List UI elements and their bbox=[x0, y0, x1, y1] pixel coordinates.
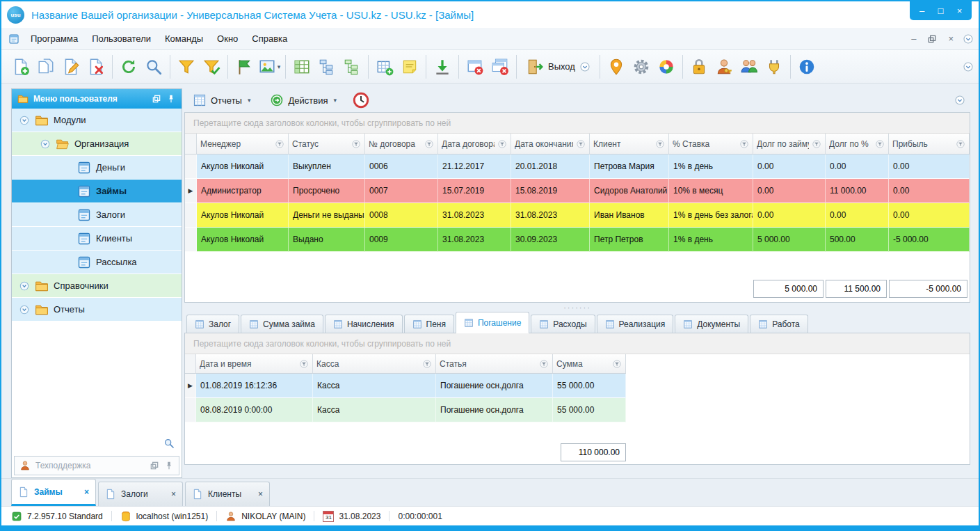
expander-icon[interactable] bbox=[19, 280, 30, 292]
undock-panel-icon[interactable] bbox=[150, 461, 159, 470]
column-filter-icon[interactable] bbox=[612, 359, 622, 369]
image-button[interactable]: ▾ bbox=[257, 53, 282, 81]
lock-button[interactable] bbox=[686, 53, 712, 81]
table-row[interactable]: ▶01.08.2019 16:12:36КассаПогашение осн.д… bbox=[185, 374, 626, 398]
column-header[interactable]: Сумма bbox=[553, 354, 626, 373]
column-filter-icon[interactable] bbox=[351, 139, 361, 149]
menu-okno[interactable]: Окно bbox=[210, 30, 245, 47]
settings-button[interactable] bbox=[629, 53, 654, 81]
doc-tab-zalogi[interactable]: Залоги× bbox=[98, 482, 183, 506]
palette-button[interactable] bbox=[654, 53, 679, 81]
menubar-overflow-button[interactable] bbox=[963, 33, 974, 45]
menu-spravka[interactable]: Справка bbox=[245, 30, 294, 47]
column-filter-icon[interactable] bbox=[655, 139, 665, 149]
column-filter-icon[interactable] bbox=[299, 359, 309, 369]
column-header[interactable]: Касса bbox=[313, 354, 436, 373]
column-header[interactable]: Статус bbox=[289, 134, 365, 154]
column-header[interactable]: Долг по займу bbox=[753, 134, 826, 154]
add-grid-button[interactable] bbox=[372, 53, 397, 81]
reports-button[interactable]: Отчеты ▾ bbox=[188, 91, 255, 109]
expander-icon[interactable] bbox=[40, 138, 51, 150]
tree-item-otchety[interactable]: Отчеты bbox=[12, 298, 182, 322]
mdi-minimize-button[interactable]: – bbox=[911, 33, 916, 44]
tree-item-organizaciya[interactable]: Организация bbox=[12, 132, 182, 156]
delete-record-button[interactable] bbox=[83, 53, 109, 81]
exit-options-icon[interactable] bbox=[579, 61, 591, 72]
table-row[interactable]: Акулов НиколайВыдано000931.08.202330.09.… bbox=[185, 228, 970, 252]
splitter-handle[interactable]: ······· bbox=[184, 303, 970, 312]
exit-button[interactable]: Выход bbox=[520, 53, 596, 81]
column-filter-icon[interactable] bbox=[497, 139, 507, 149]
notes-button[interactable] bbox=[397, 53, 422, 81]
column-header[interactable]: Дата окончания bbox=[511, 134, 590, 154]
tab-penya[interactable]: Пеня bbox=[404, 315, 454, 333]
tree-item-zaimy[interactable]: Займы bbox=[12, 180, 182, 203]
actions-button[interactable]: Действия ▾ bbox=[266, 91, 341, 109]
table-row[interactable]: ▶АдминистраторПросрочено000715.07.201915… bbox=[185, 179, 970, 203]
add-record-button[interactable] bbox=[8, 53, 33, 81]
column-header[interactable]: Клиент bbox=[590, 134, 669, 154]
column-filter-icon[interactable] bbox=[739, 139, 749, 149]
column-header[interactable]: № договора bbox=[365, 134, 438, 154]
column-filter-icon[interactable] bbox=[576, 139, 586, 149]
map-button[interactable] bbox=[604, 53, 629, 81]
expand-tree-button[interactable] bbox=[339, 53, 364, 81]
column-filter-icon[interactable] bbox=[812, 139, 821, 149]
tree-item-dengi[interactable]: Деньги bbox=[12, 156, 182, 180]
users-button[interactable] bbox=[737, 53, 762, 81]
tab-pogashenie[interactable]: Погашение bbox=[456, 312, 529, 333]
group-by-bar[interactable]: Перетащите сюда заголовок колонки, чтобы… bbox=[185, 113, 970, 134]
expander-icon[interactable] bbox=[19, 115, 30, 126]
toolbar-overflow-button[interactable] bbox=[963, 61, 974, 72]
column-filter-icon[interactable] bbox=[875, 139, 885, 149]
edit-record-button[interactable] bbox=[58, 53, 83, 81]
tree-item-spravochniki[interactable]: Справочники bbox=[12, 274, 182, 298]
close-tab-icon[interactable]: × bbox=[258, 489, 263, 499]
column-filter-icon[interactable] bbox=[422, 359, 432, 369]
tree-item-rassylka[interactable]: Рассылка bbox=[12, 251, 182, 274]
table-row[interactable]: 08.08.2019 0:00:00КассаПогашение осн.дол… bbox=[185, 398, 626, 422]
pin-panel-icon[interactable] bbox=[164, 461, 174, 470]
doc-tab-klienty[interactable]: Клиенты× bbox=[185, 482, 270, 506]
column-header[interactable]: Менеджер bbox=[197, 134, 289, 154]
column-header[interactable]: Долг по % bbox=[826, 134, 889, 154]
collapse-tree-button[interactable] bbox=[314, 53, 339, 81]
copy-record-button[interactable] bbox=[33, 53, 58, 81]
user-access-button[interactable] bbox=[712, 53, 737, 81]
column-header[interactable]: Дата и время bbox=[196, 354, 313, 373]
column-header[interactable]: Прибыль bbox=[889, 134, 970, 154]
maximize-button[interactable]: □ bbox=[931, 3, 950, 19]
group-by-bar[interactable]: Перетащите сюда заголовок колонки, чтобы… bbox=[185, 333, 970, 354]
tab-dokumenty[interactable]: Документы bbox=[675, 315, 748, 333]
doc-tab-zaimy[interactable]: Займы× bbox=[11, 479, 96, 506]
info-button[interactable] bbox=[794, 53, 819, 81]
column-filter-icon[interactable] bbox=[539, 359, 549, 369]
menu-programma[interactable]: Программа bbox=[24, 30, 85, 47]
mdi-close-button[interactable]: × bbox=[948, 33, 954, 44]
minimize-button[interactable]: – bbox=[913, 3, 931, 19]
timer-clock-icon[interactable] bbox=[352, 91, 370, 109]
refresh-button[interactable] bbox=[116, 53, 141, 81]
close-button[interactable]: × bbox=[950, 3, 969, 19]
expander-icon[interactable] bbox=[19, 304, 30, 315]
pin-panel-icon[interactable] bbox=[166, 94, 176, 104]
tab-rabota[interactable]: Работа bbox=[750, 315, 808, 333]
tree-item-moduli[interactable]: Модули bbox=[12, 109, 182, 132]
grid-toolbar-overflow-button[interactable] bbox=[954, 95, 965, 106]
tab-rashody[interactable]: Расходы bbox=[531, 315, 595, 333]
column-header[interactable]: % Ставка bbox=[669, 134, 753, 154]
table-row[interactable]: Акулов НиколайВыкуплен000621.12.201720.0… bbox=[185, 154, 970, 179]
support-panel[interactable]: Техподдержка bbox=[14, 456, 179, 475]
column-header[interactable]: Дата договора bbox=[438, 134, 511, 154]
filter-button[interactable] bbox=[174, 53, 199, 81]
search-icon[interactable] bbox=[163, 438, 175, 449]
close-tab-icon[interactable]: × bbox=[84, 487, 89, 497]
undock-panel-icon[interactable] bbox=[152, 94, 161, 104]
export-button[interactable] bbox=[430, 53, 455, 81]
menu-komandy[interactable]: Команды bbox=[158, 30, 210, 47]
flag-button[interactable] bbox=[232, 53, 257, 81]
column-filter-icon[interactable] bbox=[424, 139, 434, 149]
filter-apply-button[interactable] bbox=[199, 53, 224, 81]
tab-zalog[interactable]: Залог bbox=[186, 315, 239, 333]
tree-item-zalogi[interactable]: Залоги bbox=[12, 203, 182, 227]
